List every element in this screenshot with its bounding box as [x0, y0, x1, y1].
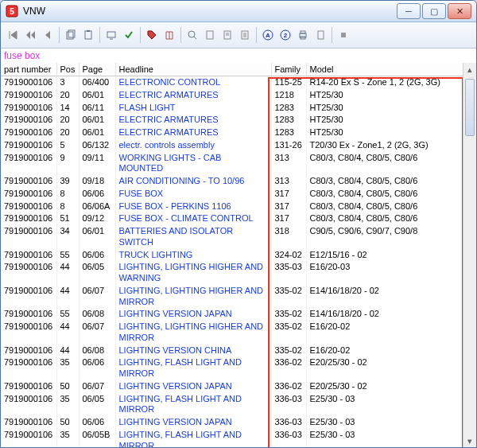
table-row[interactable]: 7919000106909/11WORKING LIGHTS - CAB MOU… — [1, 152, 463, 176]
nav-back-icon[interactable] — [39, 26, 56, 44]
vertical-scrollbar[interactable]: ▴ ▾ — [463, 63, 476, 447]
table-row[interactable]: 79190001063506/05BLIGHTING, FLASH LIGHT … — [1, 429, 463, 447]
maximize-button[interactable]: ▢ — [422, 3, 446, 19]
svg-rect-4 — [85, 31, 91, 39]
paste-icon[interactable] — [80, 26, 97, 44]
cell-headline[interactable]: ELECTRIC ARMATURES — [115, 89, 271, 102]
table-row[interactable]: 79190001063506/06LIGHTING, FLASH LIGHT A… — [1, 356, 463, 380]
table-row[interactable]: 79190001062006/01ELECTRIC ARMATURES1283H… — [1, 114, 463, 127]
col-part-number[interactable]: part number — [1, 63, 56, 76]
table-row[interactable]: 79190001061406/11FLASH LIGHT1283HT25/30 — [1, 102, 463, 115]
book-icon[interactable] — [161, 26, 178, 44]
table-row[interactable]: 79190001063506/05LIGHTING, FLASH LIGHT A… — [1, 393, 463, 417]
cell-family: 335-03 — [271, 261, 306, 285]
cell-headline[interactable]: LIGHTING, LIGHTING HIGHER AND WARNING — [115, 261, 271, 285]
cell-part-number: 7919000106 — [1, 429, 56, 447]
table-row[interactable]: 79190001064406/08LIGHTING VERSION CHINA3… — [1, 345, 463, 357]
cell-headline[interactable]: LIGHTING VERSION JAPAN — [115, 308, 271, 321]
table-row[interactable]: 79190001063406/01BATTERIES AND ISOLATOR … — [1, 225, 463, 249]
table-row[interactable]: 79190001065506/06TRUCK LIGHTING324-02E12… — [1, 249, 463, 262]
table-row[interactable]: 7919000106806/06AFUSE BOX - PERKINS 1106… — [1, 201, 463, 213]
check-icon[interactable] — [120, 26, 138, 44]
col-model[interactable]: Model — [306, 63, 463, 76]
table-row[interactable]: 79190001062006/01ELECTRIC ARMATURES1218H… — [1, 89, 463, 102]
cell-pos: 55 — [56, 249, 79, 262]
table-row[interactable]: 79190001065006/07LIGHTING VERSION JAPAN3… — [1, 380, 463, 393]
table-row[interactable]: 7919000106306/400ELECTRONIC CONTROL115-2… — [1, 76, 463, 89]
cell-headline[interactable]: ELECTRIC ARMATURES — [115, 114, 271, 127]
cell-headline[interactable]: FUSE BOX - CLIMATE CONTROL — [115, 212, 271, 225]
cell-model: E16/20-03 — [306, 261, 463, 285]
cell-model: E12/15/16 - 02 — [306, 249, 463, 262]
table-row[interactable]: 79190001065506/08LIGHTING VERSION JAPAN3… — [1, 308, 463, 321]
cell-pos: 34 — [56, 225, 79, 249]
doc1-icon[interactable] — [201, 26, 219, 44]
monitor-icon[interactable] — [103, 26, 120, 44]
cell-headline[interactable]: AIR CONDITIONING - TO 10/96 — [115, 175, 271, 188]
table-row[interactable]: 79190001063909/18AIR CONDITIONING - TO 1… — [1, 175, 463, 188]
cell-headline[interactable]: ELECTRONIC CONTROL — [115, 76, 271, 89]
cell-headline[interactable]: LIGHTING VERSION JAPAN — [115, 416, 271, 429]
copy-icon[interactable] — [62, 26, 80, 44]
col-page[interactable]: Page — [79, 63, 115, 76]
table-row[interactable]: 79190001064406/07LIGHTING, LIGHTING HIGH… — [1, 285, 463, 309]
col-pos[interactable]: Pos — [56, 63, 79, 76]
nav-first-icon[interactable] — [4, 26, 21, 44]
titlebar: 5 VNW ─ ▢ ✕ — [1, 1, 476, 22]
scroll-thumb[interactable] — [465, 79, 475, 136]
page-icon[interactable] — [312, 26, 329, 44]
table-row[interactable]: 79190001064406/05LIGHTING, LIGHTING HIGH… — [1, 261, 463, 285]
stop-icon[interactable] — [335, 26, 352, 44]
search-icon[interactable] — [184, 26, 201, 44]
cell-family: 1283 — [271, 114, 306, 127]
cell-family: 317 — [271, 201, 306, 213]
table-row[interactable]: 79190001065006/06LIGHTING VERSION JAPAN3… — [1, 416, 463, 429]
print-icon[interactable] — [294, 26, 312, 44]
cell-headline[interactable]: WORKING LIGHTS - CAB MOUNTED — [115, 152, 271, 176]
cell-model: HT25/30 — [306, 89, 463, 102]
table-row[interactable]: 79190001062006/01ELECTRIC ARMATURES1283H… — [1, 127, 463, 139]
minimize-button[interactable]: ─ — [397, 3, 421, 19]
cell-pos: 3 — [56, 76, 79, 89]
cell-model: C90/5, C90/6, C90/7, C90/8 — [306, 225, 463, 249]
cell-pos: 51 — [56, 212, 79, 225]
cell-headline[interactable]: LIGHTING, FLASH LIGHT AND MIRROR — [115, 393, 271, 417]
cell-part-number: 7919000106 — [1, 356, 56, 380]
cell-page: 06/01 — [79, 89, 115, 102]
cell-headline[interactable]: electr. controls assembly — [115, 139, 271, 152]
doc3-icon[interactable] — [236, 26, 254, 44]
cell-headline[interactable]: FLASH LIGHT — [115, 102, 271, 115]
cell-headline[interactable]: LIGHTING, LIGHTING HIGHER AND MIRROR — [115, 321, 271, 345]
doc2-icon[interactable] — [219, 26, 236, 44]
cell-headline[interactable]: LIGHTING VERSION JAPAN — [115, 380, 271, 393]
cell-headline[interactable]: ELECTRIC ARMATURES — [115, 127, 271, 139]
circle-a-icon[interactable]: A — [259, 26, 277, 44]
cell-model: E25/30 - 03 — [306, 416, 463, 429]
cell-headline[interactable]: FUSE BOX - PERKINS 1106 — [115, 201, 271, 213]
cell-headline[interactable]: LIGHTING, FLASH LIGHT AND MIRROR — [115, 356, 271, 380]
table-row[interactable]: 79190001064406/07LIGHTING, LIGHTING HIGH… — [1, 321, 463, 345]
table-row[interactable]: 79190001065109/12FUSE BOX - CLIMATE CONT… — [1, 212, 463, 225]
cell-part-number: 7919000106 — [1, 76, 56, 89]
close-button[interactable]: ✕ — [448, 3, 471, 19]
cell-page: 06/05B — [79, 429, 115, 447]
scroll-up-icon[interactable]: ▴ — [463, 63, 476, 76]
col-family[interactable]: Family — [271, 63, 306, 76]
nav-prev-icon[interactable] — [21, 26, 39, 44]
tag-icon[interactable] — [143, 26, 161, 44]
circle-2-icon[interactable]: 2 — [277, 26, 294, 44]
col-headline[interactable]: Headline — [115, 63, 271, 76]
svg-text:2: 2 — [284, 32, 288, 39]
scroll-track[interactable] — [463, 76, 476, 434]
cell-part-number: 7919000106 — [1, 308, 56, 321]
cell-headline[interactable]: LIGHTING, FLASH LIGHT AND MIRROR — [115, 429, 271, 447]
scroll-down-icon[interactable]: ▾ — [463, 434, 476, 447]
cell-headline[interactable]: FUSE BOX — [115, 188, 271, 201]
table-row[interactable]: 7919000106506/132electr. controls assemb… — [1, 139, 463, 152]
cell-headline[interactable]: LIGHTING VERSION CHINA — [115, 345, 271, 357]
table-row[interactable]: 7919000106806/06FUSE BOX317C80/3, C80/4,… — [1, 188, 463, 201]
cell-headline[interactable]: BATTERIES AND ISOLATOR SWITCH — [115, 225, 271, 249]
cell-headline[interactable]: LIGHTING, LIGHTING HIGHER AND MIRROR — [115, 285, 271, 309]
cell-headline[interactable]: TRUCK LIGHTING — [115, 249, 271, 262]
cell-part-number: 7919000106 — [1, 212, 56, 225]
